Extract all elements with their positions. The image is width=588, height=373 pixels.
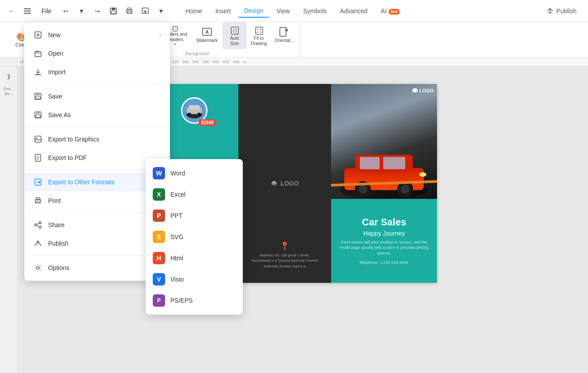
more-button[interactable]: ▼ [155,5,167,17]
svg-rect-56 [36,112,40,114]
import-icon [33,67,43,77]
menu-share-label: Share [48,221,64,228]
menu-item-import[interactable]: Import [24,63,170,81]
car-sales-description: Front covers sell your product or servic… [335,240,433,256]
tab-view[interactable]: View [271,5,296,17]
menu-item-open[interactable]: Open [24,44,170,63]
menu-print-label: Print [48,197,61,204]
auto-size-button[interactable]: AutoSize [222,22,247,49]
svg-text:A: A [205,30,208,34]
nav-tabs: Home Insert Design View Symbols Advanced… [180,4,406,18]
menu-item-new[interactable]: New › [24,26,170,44]
tab-design[interactable]: Design [238,4,270,18]
svg-rect-40 [383,157,405,169]
borders-dropdown-icon: ▼ [173,42,177,46]
ruler-corner [0,57,18,66]
car-sales-subtitle: Happy Journey [363,230,405,237]
right-logo: LOGO [412,88,433,94]
svg-rect-19 [231,27,238,34]
svg-point-74 [37,266,39,269]
menu-icon[interactable] [21,5,34,17]
export-button[interactable] [139,5,151,17]
menu-save-as-label: Save As [48,111,71,118]
html-icon: H [153,252,165,264]
ppt-label: PPT [170,212,182,219]
undo-dropdown[interactable]: ▼ [75,5,88,17]
visio-label: Visio [170,276,184,283]
divider-2 [24,127,170,127]
svg-point-71 [39,226,41,228]
tab-ai[interactable]: AI hot [375,5,406,17]
submenu-item-excel[interactable]: X Excel [146,184,243,205]
svg-point-31 [275,184,277,186]
submenu-item-visio[interactable]: V Visio [146,269,243,290]
menu-options-label: Options [48,264,69,271]
svg-rect-4 [112,8,115,10]
svg-rect-0 [24,8,31,9]
titlebar: ← File ↩ ▼ ↪ ▼ Home Insert Design View S… [0,0,588,22]
options-icon [33,263,43,273]
svg-line-73 [37,225,39,227]
svg-rect-39 [360,157,380,169]
fit-drawing-label: Fit toDrawing [251,36,267,46]
print-button[interactable] [123,5,136,17]
svg-rect-20 [255,27,262,34]
undo-button[interactable]: ↩ [60,5,72,17]
publish-menu-icon [33,239,43,248]
publish-button[interactable]: Publish [540,5,583,17]
svg-point-35 [416,91,418,93]
svg-point-27 [197,113,201,116]
export-pdf-icon [33,153,43,163]
doc-panel-right: LOGO [331,84,437,283]
tab-symbols[interactable]: Symbols [297,5,333,17]
submenu-item-svg[interactable]: S SVG [146,226,243,247]
ai-hot-badge: hot [388,9,400,15]
open-icon [33,49,43,58]
svg-rect-14 [173,27,177,31]
menu-item-save[interactable]: Save [24,87,170,106]
menu-publish-label: Publish [48,240,68,247]
svg-point-45 [419,172,426,177]
menu-save-label: Save [48,93,62,100]
tab-advanced[interactable]: Advanced [334,5,373,17]
watermark-label: Watermark [196,38,218,43]
svg-point-70 [35,224,37,226]
tab-home[interactable]: Home [180,5,208,17]
address-text: Address: No. 159 good 1 street. Tourisml… [243,253,327,270]
export-graphics-icon [33,134,43,144]
tab-insert[interactable]: Insert [209,5,237,17]
svg-line-72 [37,223,39,225]
save-button[interactable] [107,5,120,17]
save-menu-icon [33,91,43,101]
redo-button[interactable]: ↪ [91,5,104,17]
svg-rect-25 [189,105,200,110]
submenu-item-word[interactable]: W Word [146,163,243,184]
new-icon [33,30,43,40]
svg-label: SVG [170,233,184,240]
fit-drawing-button[interactable]: Fit toDrawing [247,22,271,49]
menu-item-save-as[interactable]: + Save As [24,106,170,124]
submenu-item-pseps[interactable]: P PS/EPS [146,290,243,311]
orientation-label: Orientat... [275,38,294,43]
menu-item-export-graphics[interactable]: Export to Graphics [24,130,170,148]
submenu-item-html[interactable]: H Html [146,247,243,269]
back-button[interactable]: ← [5,5,18,17]
svg-rect-1 [24,11,31,11]
sidebar-left: ⟫ One... Be... [0,66,18,373]
car-photo-area: LOGO [331,84,437,199]
export-other-submenu: W Word X Excel P PPT S SVG H Html V Visi… [146,159,243,315]
svg-rect-5 [111,11,116,14]
sidebar-expand-button[interactable]: ⟫ [2,70,15,83]
save-as-icon: + [33,110,43,120]
menu-export-other-label: Export to Other Formats [48,179,114,186]
watermark-button[interactable]: A Watermark [192,22,222,49]
menu-import-label: Import [48,69,66,76]
svg-rect-33 [413,88,417,90]
svg-rect-21 [280,27,286,36]
svg-rect-51 [35,74,41,75]
file-label: File [41,8,52,15]
orientation-button[interactable]: Orientat... [271,22,298,49]
file-menu-button[interactable]: File [37,6,56,16]
submenu-item-ppt[interactable]: P PPT [146,205,243,226]
svg-point-30 [271,184,273,186]
